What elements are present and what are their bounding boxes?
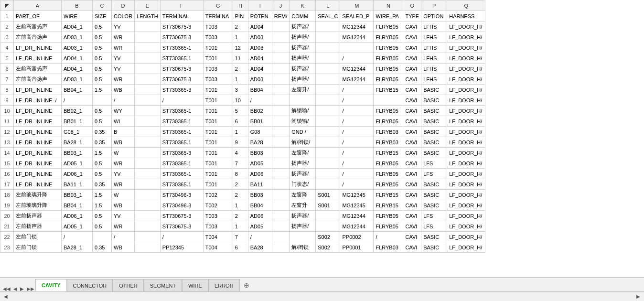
- cell-11-H[interactable]: 6: [233, 116, 248, 127]
- col-header-O[interactable]: O: [403, 0, 421, 11]
- cell-20-B[interactable]: AD06_1: [62, 211, 93, 221]
- cell-10-K[interactable]: 解锁输/: [290, 106, 316, 116]
- cell-21-A[interactable]: 左前扬声器: [14, 221, 62, 232]
- cell-18-A[interactable]: 左前玻璃升降: [14, 190, 62, 200]
- cell-13-J[interactable]: [272, 137, 290, 148]
- cell-15-A[interactable]: LF_DR_INLINE: [14, 158, 62, 169]
- cell-16-D[interactable]: YV: [112, 169, 135, 179]
- tab-cavity[interactable]: CAVITY: [35, 279, 67, 291]
- cell-6-A[interactable]: 左前高音扬声: [14, 64, 62, 74]
- cell-5-L[interactable]: [316, 53, 340, 64]
- cell-15-G[interactable]: T001: [203, 158, 233, 169]
- cell-2-E[interactable]: [135, 22, 161, 32]
- cell-8-N[interactable]: FLRYB15: [374, 85, 403, 95]
- cell-5-J[interactable]: [272, 53, 290, 64]
- cell-23-M[interactable]: PP0001: [340, 242, 374, 253]
- cell-23-N[interactable]: FLRYB03: [374, 242, 403, 253]
- cell-13-C[interactable]: 0.35: [93, 137, 112, 148]
- col-header-J[interactable]: J: [272, 0, 290, 11]
- cell-8-J[interactable]: [272, 85, 290, 95]
- cell-11-A[interactable]: LF_DR_INLINE: [14, 116, 62, 127]
- cell-7-O[interactable]: CAVI: [403, 74, 421, 85]
- cell-2-D[interactable]: YV: [112, 22, 135, 32]
- cell-6-M[interactable]: MG12344: [340, 64, 374, 74]
- cell-17-I[interactable]: BA11: [248, 179, 272, 190]
- cell-6-E[interactable]: [135, 64, 161, 74]
- cell-21-J[interactable]: [272, 221, 290, 232]
- cell-4-M[interactable]: [340, 43, 374, 53]
- cell-10-I[interactable]: BB02: [248, 106, 272, 116]
- cell-2-M[interactable]: MG12344: [340, 22, 374, 32]
- first-tab-arrow[interactable]: ◀◀: [2, 286, 11, 291]
- cell-14-I[interactable]: BB03: [248, 148, 272, 158]
- cell-11-L[interactable]: [316, 116, 340, 127]
- cell-15-H[interactable]: 7: [233, 158, 248, 169]
- cell-4-B[interactable]: AD03_1: [62, 43, 93, 53]
- cell-12-F[interactable]: ST730365-1: [160, 127, 203, 137]
- cell-10-M[interactable]: /: [340, 106, 374, 116]
- cell-12-D[interactable]: B: [112, 127, 135, 137]
- cell-3-Q[interactable]: LF_DOOR_H/: [447, 32, 485, 43]
- cell-2-G[interactable]: T003: [203, 22, 233, 32]
- cell-3-I[interactable]: AD03: [248, 32, 272, 43]
- cell-10-L[interactable]: [316, 106, 340, 116]
- col-header-A[interactable]: A: [14, 0, 62, 11]
- col-header-K[interactable]: K: [290, 0, 316, 11]
- cell-22-I[interactable]: /: [248, 232, 272, 242]
- cell-21-B[interactable]: AD05_1: [62, 221, 93, 232]
- cell-4-P[interactable]: LFHS: [421, 43, 447, 53]
- cell-2-B[interactable]: AD04_1: [62, 22, 93, 32]
- cell-16-O[interactable]: CAVI: [403, 169, 421, 179]
- cell-8-C[interactable]: 1.5: [93, 85, 112, 95]
- cell-17-E[interactable]: [135, 179, 161, 190]
- cell-18-O[interactable]: CAVI: [403, 190, 421, 200]
- cell-21-P[interactable]: LFS: [421, 221, 447, 232]
- cell-16-L[interactable]: [316, 169, 340, 179]
- cell-21-L[interactable]: [316, 221, 340, 232]
- cell-8-K[interactable]: 左窗升/: [290, 85, 316, 95]
- cell-22-M[interactable]: PP0002: [340, 232, 374, 242]
- col-header-M[interactable]: M: [340, 0, 374, 11]
- cell-20-F[interactable]: ST730675-3: [160, 211, 203, 221]
- cell-7-B[interactable]: AD03_1: [62, 74, 93, 85]
- cell-20-M[interactable]: MG12344: [340, 211, 374, 221]
- tab-connector[interactable]: CONNECTOR: [67, 279, 113, 291]
- cell-12-M[interactable]: /: [340, 127, 374, 137]
- cell-15-O[interactable]: CAVI: [403, 158, 421, 169]
- cell-20-N[interactable]: FLRYB05: [374, 211, 403, 221]
- cell-10-N[interactable]: FLRYB05: [374, 106, 403, 116]
- cell-22-L[interactable]: S002: [316, 232, 340, 242]
- cell-8-D[interactable]: WB: [112, 85, 135, 95]
- cell-2-O[interactable]: CAVI: [403, 22, 421, 32]
- cell-6-G[interactable]: T003: [203, 64, 233, 74]
- cell-21-C[interactable]: 0.5: [93, 221, 112, 232]
- cell-8-L[interactable]: [316, 85, 340, 95]
- cell-12-H[interactable]: 1: [233, 127, 248, 137]
- add-tab-button[interactable]: ⊕: [240, 279, 253, 291]
- cell-11-D[interactable]: WL: [112, 116, 135, 127]
- cell-23-G[interactable]: T004: [203, 242, 233, 253]
- cell-21-G[interactable]: T003: [203, 221, 233, 232]
- cell-23-Q[interactable]: LF_DOOR_H/: [447, 242, 485, 253]
- cell-17-O[interactable]: CAVI: [403, 179, 421, 190]
- cell-2-P[interactable]: LFHS: [421, 22, 447, 32]
- cell-23-H[interactable]: 6: [233, 242, 248, 253]
- cell-8-Q[interactable]: LF_DOOR_H/: [447, 85, 485, 95]
- header-C[interactable]: SIZE: [93, 11, 112, 22]
- cell-12-J[interactable]: [272, 127, 290, 137]
- cell-17-G[interactable]: T001: [203, 179, 233, 190]
- cell-10-E[interactable]: [135, 106, 161, 116]
- cell-15-N[interactable]: FLRYB05: [374, 158, 403, 169]
- cell-9-E[interactable]: [135, 95, 161, 106]
- cell-20-H[interactable]: 2: [233, 211, 248, 221]
- cell-7-Q[interactable]: LF_DOOR_H/: [447, 74, 485, 85]
- cell-10-J[interactable]: [272, 106, 290, 116]
- cell-7-I[interactable]: AD03: [248, 74, 272, 85]
- cell-19-F[interactable]: ST730496-3: [160, 200, 203, 211]
- cell-16-C[interactable]: 0.5: [93, 169, 112, 179]
- cell-22-K[interactable]: [290, 232, 316, 242]
- table-wrapper[interactable]: ◤ A B C D E F G H I J K L M N: [0, 0, 644, 277]
- cell-20-Q[interactable]: LF_DOOR_H/: [447, 211, 485, 221]
- cell-15-M[interactable]: /: [340, 158, 374, 169]
- cell-6-L[interactable]: [316, 64, 340, 74]
